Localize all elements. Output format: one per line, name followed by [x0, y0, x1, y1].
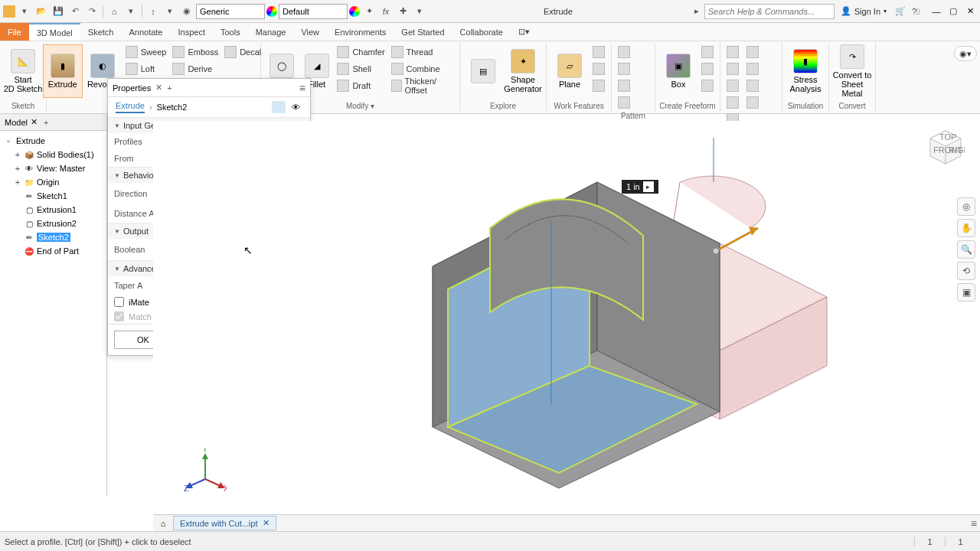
thicken-button[interactable]: Thicken/ Offset	[388, 78, 456, 93]
save-icon[interactable]: 💾	[51, 4, 66, 19]
plane-button[interactable]: ▱Plane	[550, 44, 590, 98]
surf5[interactable]	[724, 78, 742, 93]
zoom-icon[interactable]: 🔍	[957, 240, 975, 259]
imate-checkbox[interactable]	[114, 297, 124, 307]
tab-tools[interactable]: Tools	[213, 23, 248, 41]
surf1[interactable]	[724, 44, 742, 60]
axis-button[interactable]	[590, 44, 608, 60]
thread-button[interactable]: Thread	[388, 44, 456, 60]
ff2-button[interactable]	[698, 61, 717, 77]
surf7[interactable]	[724, 95, 742, 110]
eye-icon[interactable]: 👁	[289, 101, 302, 113]
tree-node[interactable]: ▢Extrusion2	[12, 217, 105, 230]
mat-dropdown[interactable]: ▾	[162, 4, 178, 19]
surf6[interactable]	[743, 78, 762, 93]
tab-collaborate[interactable]: Collaborate	[452, 23, 511, 41]
undo-icon[interactable]: ↶	[67, 4, 83, 19]
look-at-icon[interactable]: ▣	[957, 283, 975, 302]
pattern-sketch-button[interactable]	[615, 95, 633, 110]
select-icon[interactable]: ↕	[145, 4, 161, 19]
sphere-icon[interactable]: ◉	[179, 4, 194, 19]
presets-button[interactable]: ▤	[463, 44, 503, 98]
app-store-icon[interactable]: 🛒	[893, 4, 908, 19]
mirror-button[interactable]	[615, 61, 633, 77]
stress-analysis-button[interactable]: ▮Stress Analysis	[786, 44, 825, 98]
tab-manage[interactable]: Manage	[248, 23, 294, 41]
chamfer-button[interactable]: Chamfer	[334, 44, 387, 60]
ribbon-options-button[interactable]: ◉▾	[954, 46, 977, 61]
panel-menu-icon[interactable]: ≡	[299, 82, 305, 94]
steering-wheel-icon[interactable]: ◎	[957, 197, 975, 216]
tab-extra[interactable]: ⊡▾	[511, 23, 537, 41]
sweep-button[interactable]: Sweep	[122, 44, 170, 60]
convert-sheet-metal-button[interactable]: ↷Convert to Sheet Metal	[832, 44, 872, 98]
help-icon[interactable]: ?⃝	[908, 4, 923, 19]
tree-node[interactable]: +👁View: Master	[12, 161, 105, 175]
dim-expand-icon[interactable]: ▸	[643, 181, 654, 192]
tree-root[interactable]: ▫Extrude	[2, 134, 105, 148]
dimension-callout[interactable]: 1 in ▸	[622, 180, 658, 194]
doc-tab-close-icon[interactable]: ✕	[263, 518, 270, 528]
tab-3d-model[interactable]: 3D Model	[29, 23, 80, 41]
fx-icon[interactable]: fx	[378, 4, 394, 19]
minimize-button[interactable]: —	[929, 5, 943, 18]
doc-tabs-menu-icon[interactable]: ≡	[971, 517, 977, 530]
breadcrumb-extrude[interactable]: Extrude	[116, 101, 145, 113]
surf8[interactable]	[743, 95, 762, 110]
appearance-style-combo[interactable]: Default	[279, 4, 348, 19]
material-style-combo[interactable]: Generic	[196, 4, 265, 19]
orbit-icon[interactable]: ⟲	[957, 262, 975, 280]
start-2d-sketch-button[interactable]: 📐Start 2D Sketch	[3, 44, 43, 98]
shape-generator-button[interactable]: ✦Shape Generator	[503, 44, 543, 98]
view-cube[interactable]: TOP FRONT RIGHT	[926, 127, 965, 165]
color-picker-icon[interactable]	[266, 6, 277, 17]
home-tab-icon[interactable]: ⌂	[156, 517, 170, 530]
tree-node[interactable]: ✏Sketch1	[12, 189, 105, 203]
team-icon[interactable]: ▾	[123, 4, 139, 19]
combine-button[interactable]: Combine	[388, 61, 456, 77]
surf2[interactable]	[743, 44, 762, 60]
pattern-rect-button[interactable]	[615, 44, 633, 60]
ucs-button[interactable]	[590, 78, 608, 93]
breadcrumb-sketch[interactable]: Sketch2	[157, 103, 188, 112]
add-icon[interactable]: ✚	[395, 4, 410, 19]
point-button[interactable]	[590, 61, 608, 77]
box-button[interactable]: ▣Box	[658, 44, 698, 98]
close-button[interactable]: ✕	[963, 5, 977, 18]
pan-icon[interactable]: ✋	[957, 219, 975, 237]
emboss-button[interactable]: Emboss	[169, 44, 221, 60]
ff1-button[interactable]	[698, 44, 717, 60]
app-icon[interactable]	[3, 5, 15, 18]
tree-node[interactable]: ✏Sketch2	[12, 230, 105, 244]
maximize-button[interactable]: ▢	[946, 5, 960, 18]
draft-button[interactable]: Draft	[334, 78, 387, 93]
tree-node[interactable]: ▢Extrusion1	[12, 203, 105, 217]
tab-annotate[interactable]: Annotate	[121, 23, 170, 41]
tree-node[interactable]: ⛔End of Part	[12, 244, 105, 258]
search-go-icon[interactable]: ▸	[689, 4, 704, 19]
browser-close-icon[interactable]: ✕	[31, 117, 38, 127]
tree-node[interactable]: +📁Origin	[12, 175, 105, 189]
tab-inspect[interactable]: Inspect	[171, 23, 213, 41]
panel-add-icon[interactable]: +	[167, 83, 172, 93]
tab-sketch[interactable]: Sketch	[80, 23, 122, 41]
panel-close-icon[interactable]: ✕	[155, 83, 162, 93]
color-picker-icon-2[interactable]	[349, 6, 360, 17]
new-icon[interactable]: ▾	[17, 4, 32, 19]
qat-customize[interactable]: ▾	[412, 4, 427, 19]
settings-icon[interactable]: ✦	[361, 4, 377, 19]
pattern-circ-button[interactable]	[615, 78, 633, 93]
decal-button[interactable]: Decal	[221, 44, 264, 60]
doc-tab[interactable]: Extrude with Cut...ipt✕	[173, 516, 276, 530]
tab-get-started[interactable]: Get Started	[394, 23, 452, 41]
surf3[interactable]	[724, 61, 742, 77]
open-icon[interactable]: 📂	[34, 4, 49, 19]
surf4[interactable]	[743, 61, 762, 77]
tab-file[interactable]: File	[0, 23, 29, 41]
loft-button[interactable]: Loft	[122, 61, 170, 77]
tab-view[interactable]: View	[293, 23, 327, 41]
signin-button[interactable]: 👤 Sign In ▾	[841, 6, 887, 16]
tree-node[interactable]: +📦Solid Bodies(1)	[12, 148, 105, 161]
direction-arrow[interactable]	[713, 227, 758, 254]
redo-icon[interactable]: ↷	[84, 4, 100, 19]
